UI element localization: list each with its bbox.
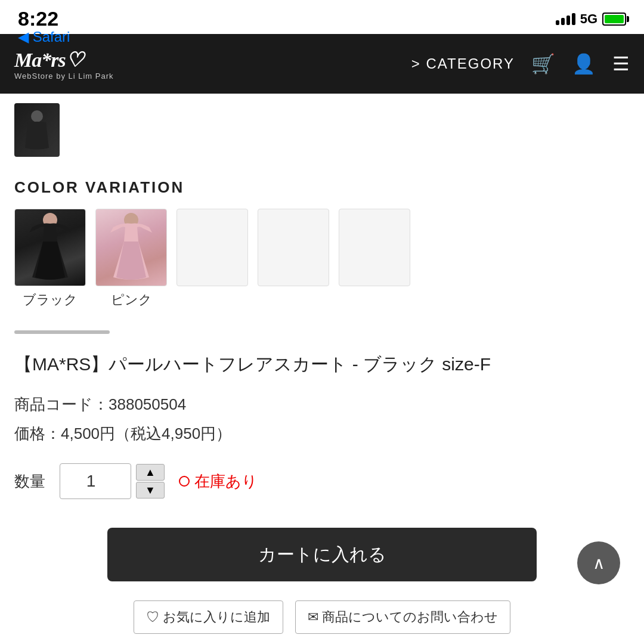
- color-item-black[interactable]: ブラック: [14, 209, 86, 309]
- color-swatch-pink[interactable]: [95, 209, 167, 286]
- inquiry-button[interactable]: ✉ 商品についてのお問い合わせ: [295, 600, 510, 634]
- status-bar: 8:22 ◀ Safari 5G: [0, 0, 644, 34]
- product-price: 価格：4,500円（税込4,950円）: [14, 423, 630, 444]
- stock-status: 在庫あり: [179, 471, 258, 492]
- color-swatch-empty-1[interactable]: [177, 209, 248, 286]
- stock-dot-icon: [179, 476, 190, 487]
- color-grid: ブラック ピンク: [14, 209, 630, 309]
- quantity-increment-button[interactable]: ▲: [136, 464, 165, 481]
- quantity-input-wrapper: ▲ ▼: [60, 463, 165, 499]
- quantity-row: 数量 ▲ ▼ 在庫あり: [14, 463, 630, 499]
- product-code: 商品コード：388050504: [14, 394, 630, 415]
- logo-subtitle: WebStore by Li Lim Park: [14, 72, 114, 80]
- secondary-buttons: ♡ お気に入りに追加 ✉ 商品についてのお問い合わせ: [14, 600, 630, 634]
- quantity-stepper: ▲ ▼: [136, 464, 165, 499]
- battery-icon: [602, 13, 626, 26]
- color-swatch-empty-2[interactable]: [258, 209, 329, 286]
- price-label: 価格：: [14, 425, 61, 442]
- menu-icon[interactable]: ☰: [612, 52, 630, 75]
- signal-icon: [556, 13, 575, 25]
- chevron-up-icon: ∧: [593, 553, 605, 573]
- color-label-black: ブラック: [23, 291, 78, 309]
- color-item-empty-2[interactable]: [258, 209, 329, 309]
- logo-text: Ma*rs♡: [14, 48, 114, 72]
- battery-indicator: [602, 13, 626, 26]
- logo[interactable]: Ma*rs♡ WebStore by Li Lim Park: [14, 48, 114, 80]
- network-label: 5G: [580, 11, 597, 27]
- color-label-pink: ピンク: [111, 291, 152, 309]
- color-item-empty-1[interactable]: [177, 209, 248, 309]
- color-variation-section: COLOR VARIATION ブラック: [14, 178, 630, 309]
- cart-icon[interactable]: 🛒: [531, 52, 555, 75]
- quantity-decrement-button[interactable]: ▼: [136, 482, 165, 499]
- price-value: 4,500円（税込4,950円）: [61, 425, 231, 442]
- product-code-label: 商品コード：: [14, 395, 109, 413]
- quantity-input[interactable]: [60, 463, 131, 499]
- thumbnail-item[interactable]: [14, 103, 60, 157]
- main-content: COLOR VARIATION ブラック: [0, 166, 644, 644]
- back-to-top-button[interactable]: ∧: [577, 541, 620, 584]
- nav-right: > CATEGORY 🛒 👤 ☰: [411, 52, 630, 75]
- thumbnail-strip: [0, 94, 644, 166]
- quantity-label: 数量: [14, 471, 45, 492]
- category-button[interactable]: > CATEGORY: [411, 55, 515, 72]
- color-swatch-empty-3[interactable]: [339, 209, 410, 286]
- back-safari-button[interactable]: ◀ Safari: [18, 29, 70, 45]
- time-display: 8:22: [18, 7, 58, 30]
- color-item-pink[interactable]: ピンク: [95, 209, 167, 309]
- color-item-empty-3[interactable]: [339, 209, 410, 309]
- color-variation-title: COLOR VARIATION: [14, 178, 630, 197]
- add-to-cart-button[interactable]: カートに入れる: [107, 528, 537, 581]
- add-to-favorites-button[interactable]: ♡ お気に入りに追加: [134, 600, 283, 634]
- navbar: Ma*rs♡ WebStore by Li Lim Park > CATEGOR…: [0, 34, 644, 94]
- status-indicators: 5G: [556, 11, 626, 27]
- product-title: 【MA*RS】パールハートフレアスカート - ブラック size-F: [14, 351, 630, 377]
- svg-point-0: [31, 110, 43, 122]
- product-code-value: 388050504: [109, 395, 186, 413]
- user-icon[interactable]: 👤: [572, 52, 596, 75]
- stock-label: 在庫あり: [194, 471, 258, 492]
- color-swatch-black[interactable]: [14, 209, 86, 286]
